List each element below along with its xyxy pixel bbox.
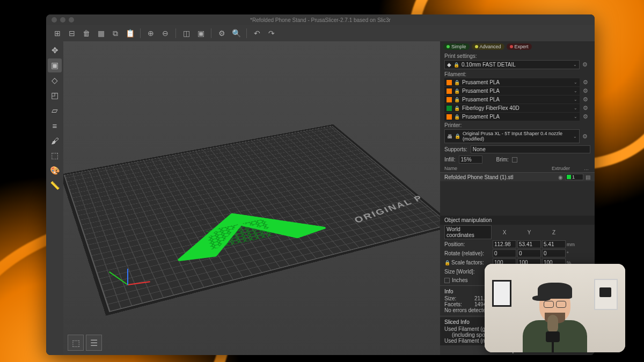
3d-viewport[interactable]: ORIGINAL P ⬚ ☰ — [63, 41, 440, 355]
rotate-x-input[interactable] — [493, 249, 516, 257]
filament-combo[interactable]: 🔒 Prusament PLA ⌄ ⚙ — [444, 113, 580, 121]
print-settings-combo[interactable]: ◆ 🔒 0.10mm FAST DETAIL ⌄ ⚙ — [444, 60, 580, 69]
filament-combo[interactable]: 🔒 Prusament PLA ⌄ ⚙ — [444, 95, 580, 104]
filament-color-swatch[interactable] — [447, 97, 452, 102]
left-toolbar: ✥ ▣ ◇ ◰ ▱ ≡ 🖌 ⬚ 🎨 📏 — [46, 41, 63, 355]
gear-icon[interactable]: ⚙ — [583, 113, 588, 120]
filament-label: Filament: — [440, 70, 595, 78]
lock-icon: 🔒 — [454, 106, 460, 111]
chevron-down-icon: ⌄ — [574, 106, 577, 110]
extruder-select[interactable]: 1 — [565, 174, 583, 180]
unit-label: mm — [567, 242, 577, 247]
search-icon[interactable]: 🔍 — [230, 27, 242, 39]
edit-icon[interactable]: ▤ — [586, 174, 590, 180]
gear-icon[interactable]: ⚙ — [582, 61, 588, 68]
mode-advanced-label: Advanced — [480, 44, 501, 49]
coord-mode-select[interactable]: World coordinates — [444, 225, 492, 239]
webcam-overlay — [485, 264, 625, 352]
split-objects-icon[interactable]: ◫ — [180, 27, 192, 39]
filament-name: Prusament PLA — [462, 97, 500, 102]
rotate-tool-icon[interactable]: ◇ — [48, 73, 62, 87]
object-manipulation-header: Object manipulation — [440, 216, 595, 225]
instance-add-icon[interactable]: ⊕ — [145, 27, 157, 39]
filament-color-swatch[interactable] — [447, 114, 452, 120]
add-icon[interactable]: ⊞ — [52, 27, 63, 39]
filament-name: Prusament PLA — [462, 114, 500, 120]
mode-expert-button[interactable]: Expert — [507, 43, 532, 50]
supports-select[interactable]: None — [471, 145, 590, 153]
chevron-down-icon: ⌄ — [574, 80, 577, 85]
printer-combo[interactable]: 🖶 🔒 Original Prusa XL - 5T Input Shaper … — [444, 129, 580, 143]
lock-icon: 🔒 — [453, 62, 459, 68]
lock-icon: 🔒 — [454, 97, 460, 102]
move-tool-icon[interactable]: ✥ — [48, 43, 62, 57]
brim-checkbox[interactable] — [512, 157, 517, 162]
filament-combo[interactable]: 🔒 Prusament PLA ⌄ ⚙ — [444, 78, 580, 86]
view-3d-editor-button[interactable]: ⬚ — [68, 335, 84, 351]
lock-icon: 🔒 — [455, 134, 460, 139]
info-size-label: Size: — [444, 295, 471, 301]
system-preset-icon: ◆ — [447, 62, 451, 68]
position-x-input[interactable] — [493, 240, 516, 248]
filament-color-swatch[interactable] — [447, 88, 452, 94]
axis-z-label: Z — [542, 230, 566, 235]
bed-brand-text: ORIGINAL P — [353, 193, 425, 225]
gear-icon[interactable]: ⚙ — [583, 79, 588, 86]
unit-label: ° — [567, 251, 577, 256]
undo-icon[interactable]: ↶ — [251, 27, 263, 39]
paint-supports-tool-icon[interactable]: 🖌 — [48, 134, 62, 147]
mmu-paint-tool-icon[interactable]: 🎨 — [48, 164, 62, 178]
position-y-input[interactable] — [517, 240, 541, 248]
eye-icon[interactable]: ◉ — [558, 174, 563, 180]
gear-icon[interactable]: ⚙ — [583, 96, 588, 103]
delete-all-icon[interactable]: 🗑 — [80, 27, 92, 39]
instance-remove-icon[interactable]: ⊖ — [159, 27, 171, 39]
redo-icon[interactable]: ↷ — [266, 27, 277, 39]
gear-icon[interactable]: ⚙ — [583, 87, 588, 94]
filament-combo[interactable]: 🔒 Prusament PLA ⌄ ⚙ — [444, 87, 580, 95]
filament-color-swatch[interactable] — [447, 80, 452, 85]
inches-label: Inches — [452, 277, 467, 283]
infill-select[interactable]: 15% — [459, 156, 482, 164]
filament-combo[interactable]: 🔒 Fiberlogy FiberFlex 40D ⌄ ⚙ — [444, 104, 580, 112]
cut-tool-icon[interactable]: ≡ — [48, 119, 62, 132]
gear-icon[interactable]: ⚙ — [582, 133, 588, 140]
printer-icon: 🖶 — [447, 134, 452, 139]
chevron-down-icon: ⌄ — [573, 62, 577, 67]
print-settings-label: Print settings: — [440, 52, 595, 60]
brim-label: Brim: — [496, 157, 509, 162]
titlebar: *Refolded Phone Stand - PrusaSlicer-2.7.… — [46, 14, 595, 25]
object-table-header: Name Extruder … — [440, 165, 595, 173]
rotate-z-input[interactable] — [542, 249, 566, 257]
inches-checkbox[interactable] — [444, 278, 450, 283]
split-parts-icon[interactable]: ▣ — [195, 27, 207, 39]
lock-icon[interactable]: 🔒 — [444, 260, 450, 265]
place-face-tool-icon[interactable]: ▱ — [48, 104, 62, 117]
arrow-tool-icon[interactable]: ▣ — [48, 58, 62, 72]
window-minimize-button[interactable] — [60, 17, 65, 23]
remove-icon[interactable]: ⊟ — [66, 27, 78, 39]
copy-icon[interactable]: ⧉ — [109, 27, 121, 39]
rotate-y-input[interactable] — [517, 249, 541, 257]
measure-tool-icon[interactable]: 📏 — [48, 179, 62, 193]
mode-simple-button[interactable]: Simple — [443, 43, 470, 50]
variable-layer-icon[interactable]: ⚙ — [216, 27, 228, 39]
position-z-input[interactable] — [542, 240, 566, 248]
mode-expert-label: Expert — [515, 44, 529, 49]
filament-name: Prusament PLA — [462, 88, 500, 94]
rotate-label: Rotate (relative): — [444, 250, 492, 256]
window-zoom-button[interactable] — [69, 17, 74, 23]
gear-icon[interactable]: ⚙ — [583, 105, 588, 112]
mode-advanced-button[interactable]: Advanced — [472, 43, 504, 50]
object-row[interactable]: Refolded Phone Stand (1).stl ◉ 1 ▤ — [440, 173, 595, 181]
seam-tool-icon[interactable]: ⬚ — [48, 149, 62, 162]
mode-simple-label: Simple — [451, 44, 466, 49]
view-preview-button[interactable]: ☰ — [86, 335, 102, 351]
position-label: Position: — [444, 241, 492, 247]
paste-icon[interactable]: 📋 — [124, 27, 136, 39]
supports-label: Supports: — [444, 146, 467, 152]
filament-color-swatch[interactable] — [447, 106, 452, 111]
window-close-button[interactable] — [52, 17, 57, 23]
scale-tool-icon[interactable]: ◰ — [48, 88, 62, 102]
arrange-icon[interactable]: ▦ — [95, 27, 107, 39]
